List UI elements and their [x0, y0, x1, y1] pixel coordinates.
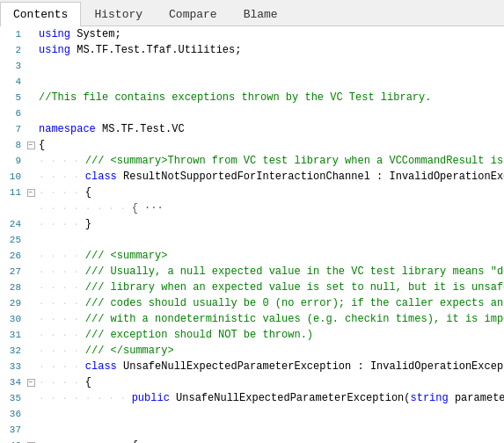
- table-row: 9· · · · /// <summary>Thrown from VC tes…: [0, 153, 504, 169]
- table-row: 28· · · · /// library when an expected v…: [0, 280, 504, 295]
- code-line-text: namespace MS.TF.Test.VC: [37, 121, 185, 137]
- code-line-text: · · · · /// with a nondeterministic valu…: [37, 311, 504, 327]
- line-number: 8: [0, 137, 25, 153]
- indent-guide: · · · ·: [39, 185, 85, 200]
- code-line-text: · · · · · · · · { ···: [37, 438, 164, 443]
- table-row: 37: [0, 422, 504, 438]
- code-area: 1using System;2using MS.TF.Test.Tfaf.Uti…: [0, 26, 504, 443]
- tab-history[interactable]: History: [81, 2, 156, 26]
- line-number: 7: [0, 121, 25, 137]
- fold-button[interactable]: −: [25, 379, 37, 387]
- code-line-text: · · · · {: [37, 374, 91, 390]
- line-number: 26: [0, 248, 25, 264]
- tab-bar: Contents History Compare Blame: [0, 0, 504, 26]
- line-number: 4: [0, 74, 25, 90]
- code-line-text: · · · · /// <summary>Thrown from VC test…: [37, 153, 504, 169]
- table-row: 10· · · · class ResultNotSupportedForInt…: [0, 169, 504, 185]
- table-row: 36: [0, 406, 504, 422]
- line-number: 3: [0, 58, 25, 74]
- line-number: 24: [0, 216, 25, 232]
- table-row: 26· · · · /// <summary>: [0, 248, 504, 264]
- code-line-text: using MS.TF.Test.Tfaf.Utilities;: [37, 42, 241, 58]
- code-line-text: · · · · {: [37, 185, 91, 200]
- line-number: 35: [0, 390, 25, 406]
- code-line-text: [37, 105, 39, 121]
- code-line-text: using System;: [37, 26, 121, 42]
- table-row: 32· · · · /// </summary>: [0, 343, 504, 359]
- table-row: 3: [0, 58, 504, 74]
- table-row: 1using System;: [0, 26, 504, 42]
- line-number: 32: [0, 343, 25, 359]
- code-line-text: · · · · /// exception should NOT be thro…: [37, 327, 313, 343]
- line-number: 2: [0, 42, 25, 58]
- table-row: 24· · · · }: [0, 216, 504, 232]
- table-row: 34−· · · · {: [0, 374, 504, 390]
- table-row: 33· · · · class UnsafeNullExpectedParame…: [0, 359, 504, 374]
- code-line-text: [37, 406, 39, 422]
- indent-guide: · · · ·: [39, 153, 85, 169]
- code-line-text: · · · · /// </summary>: [37, 343, 174, 359]
- code-line-text: · · · · · · · · public UnsafeNullExpecte…: [37, 390, 504, 406]
- code-line-text: · · · · }: [37, 216, 91, 232]
- line-number: 25: [0, 232, 25, 248]
- code-line-text: [37, 74, 39, 90]
- line-number: 27: [0, 264, 25, 280]
- code-line-text: · · · · class ResultNotSupportedForInter…: [37, 169, 504, 185]
- app-window: Contents History Compare Blame 1using Sy…: [0, 0, 504, 443]
- line-number: 1: [0, 26, 25, 42]
- table-row: 40+· · · · · · · · { ···: [0, 438, 504, 443]
- line-number: 33: [0, 359, 25, 374]
- code-line-text: · · · · /// <summary>: [37, 248, 167, 264]
- line-number: 30: [0, 311, 25, 327]
- fold-button[interactable]: −: [25, 189, 37, 197]
- table-row: 30· · · · /// with a nondeterministic va…: [0, 311, 504, 327]
- code-line-text: {: [37, 137, 45, 153]
- tab-contents[interactable]: Contents: [0, 2, 81, 26]
- table-row: 7namespace MS.TF.Test.VC: [0, 121, 504, 137]
- table-row: 27· · · · /// Usually, a null expected v…: [0, 264, 504, 280]
- code-line-text: //This file contains exceptions thrown b…: [37, 90, 431, 105]
- code-line-text: · · · · /// codes should usually be 0 (n…: [37, 295, 504, 311]
- code-line-text: · · · · class UnsafeNullExpectedParamete…: [37, 359, 504, 374]
- table-row: 35· · · · · · · · public UnsafeNullExpec…: [0, 390, 504, 406]
- table-row: 31· · · · /// exception should NOT be th…: [0, 327, 504, 343]
- line-number: 9: [0, 153, 25, 169]
- tab-blame[interactable]: Blame: [230, 2, 291, 26]
- code-line-text: [37, 58, 39, 74]
- indent-guide: · · · ·: [39, 264, 85, 280]
- indent-guide: · · · ·: [39, 248, 85, 264]
- indent-guide: · · · ·: [39, 311, 85, 327]
- indent-guide: · · · ·: [39, 169, 85, 185]
- indent-guide: · · · ·: [39, 343, 85, 359]
- table-row: · · · · · · · · { ···: [0, 200, 504, 216]
- indent-guide: · · · · · · · ·: [39, 390, 132, 406]
- line-number: 28: [0, 280, 25, 295]
- table-row: 25: [0, 232, 504, 248]
- line-number: 6: [0, 105, 25, 121]
- table-row: 4: [0, 74, 504, 90]
- tab-compare[interactable]: Compare: [156, 2, 230, 26]
- line-number: 34: [0, 374, 25, 390]
- table-row: 29· · · · /// codes should usually be 0 …: [0, 295, 504, 311]
- line-number: 31: [0, 327, 25, 343]
- table-row: 11−· · · · {: [0, 185, 504, 200]
- indent-guide: · · · ·: [39, 295, 85, 311]
- indent-guide: · · · · · · · ·: [39, 438, 132, 443]
- code-line-text: · · · · /// Usually, a null expected val…: [37, 264, 504, 280]
- line-number: 40: [0, 438, 25, 443]
- fold-button[interactable]: −: [25, 142, 37, 149]
- table-row: 8−{: [0, 137, 504, 153]
- line-number: 36: [0, 406, 25, 422]
- line-number: 10: [0, 169, 25, 185]
- code-line-text: [37, 232, 39, 248]
- line-number: 29: [0, 295, 25, 311]
- indent-guide: · · · ·: [39, 280, 85, 295]
- code-line-text: · · · · · · · · { ···: [37, 200, 164, 216]
- table-row: 5//This file contains exceptions thrown …: [0, 90, 504, 105]
- indent-guide: · · · · · · · ·: [39, 200, 132, 216]
- indent-guide: · · · ·: [39, 327, 85, 343]
- code-line-text: · · · · /// library when an expected val…: [37, 280, 504, 295]
- line-number: 11: [0, 185, 25, 200]
- table-row: 2using MS.TF.Test.Tfaf.Utilities;: [0, 42, 504, 58]
- code-lines: 1using System;2using MS.TF.Test.Tfaf.Uti…: [0, 26, 504, 443]
